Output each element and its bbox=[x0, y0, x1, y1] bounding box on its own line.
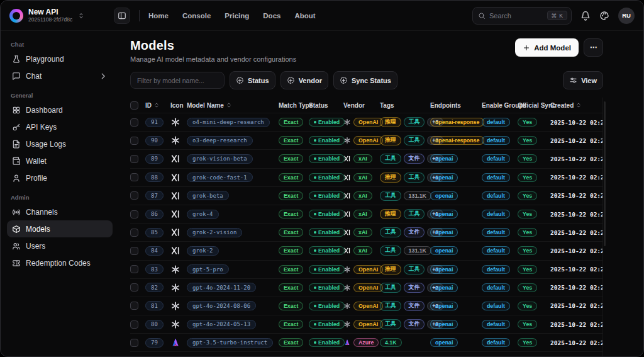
row-checkbox[interactable] bbox=[130, 247, 138, 255]
row-checkbox[interactable] bbox=[130, 118, 138, 127]
bell-icon[interactable] bbox=[580, 11, 591, 21]
sidebar-item-users[interactable]: Users bbox=[7, 237, 113, 254]
table-row[interactable]: 80gpt-4o-2024-05-13ExactEnabledOpenAI工具文… bbox=[130, 315, 602, 334]
row-checkbox[interactable] bbox=[130, 302, 138, 310]
openai-logo-icon bbox=[170, 301, 180, 311]
brand[interactable]: New API 20251108-2fd7d8c bbox=[9, 8, 104, 23]
model-name-filter-input[interactable] bbox=[130, 72, 225, 89]
row-tags-cell: 工具文件+2 bbox=[380, 283, 430, 293]
row-id-cell: 85 bbox=[145, 228, 170, 237]
row-checkbox[interactable] bbox=[130, 173, 138, 181]
column-header-name[interactable]: Model Name bbox=[187, 102, 279, 109]
table-row[interactable]: 88grok-code-fast-1ExactEnabledxAI推理工具+1o… bbox=[130, 169, 602, 187]
row-created-cell: 2025-10-22 02:24:3 bbox=[550, 137, 602, 144]
column-header-created[interactable]: Created bbox=[550, 102, 602, 109]
row-name-cell: grok-4 bbox=[187, 210, 279, 219]
sidebar-item-channels[interactable]: Channels bbox=[7, 203, 113, 220]
table-row[interactable]: 82gpt-4o-2024-11-20ExactEnabledOpenAI工具文… bbox=[130, 279, 602, 297]
table-row[interactable]: 91o4-mini-deep-researchExactEnabledOpenA… bbox=[130, 113, 602, 132]
sidebar-item-api-keys[interactable]: API Keys bbox=[7, 118, 113, 135]
row-match-cell: Exact bbox=[279, 246, 309, 255]
table-row[interactable]: 86grok-4ExactEnabledxAI推理工具+1openaidefau… bbox=[130, 205, 602, 224]
sidebar-item-wallet[interactable]: Wallet bbox=[7, 152, 113, 169]
row-checkbox[interactable] bbox=[130, 210, 138, 218]
row-checkbox[interactable] bbox=[130, 137, 138, 145]
openai-vendor-icon bbox=[343, 284, 351, 292]
palette-icon[interactable] bbox=[599, 11, 609, 21]
row-checkbox[interactable] bbox=[130, 191, 138, 200]
filter-button-status[interactable]: Status bbox=[230, 71, 275, 89]
table-row[interactable]: 85grok-2-visionExactEnabledxAI工具文件+2open… bbox=[130, 224, 602, 242]
sort-icon[interactable] bbox=[575, 102, 582, 108]
row-id-cell: 82 bbox=[145, 283, 170, 292]
official-sync-badge: Yes bbox=[518, 246, 537, 255]
filter-button-label: Status bbox=[248, 77, 269, 84]
table-row[interactable]: 89grok-vision-betaExactEnabledxAI工具文件+2o… bbox=[130, 150, 602, 168]
row-checkbox-cell bbox=[130, 339, 145, 347]
column-header-label: Model Name bbox=[187, 102, 224, 109]
status-badge: Enabled bbox=[309, 320, 345, 329]
nav-link-console[interactable]: Console bbox=[182, 12, 211, 20]
openai-logo-icon bbox=[170, 135, 180, 145]
view-button[interactable]: View bbox=[563, 71, 603, 89]
select-all-checkbox[interactable] bbox=[130, 101, 138, 110]
filter-button-vendor[interactable]: Vendor bbox=[280, 71, 328, 89]
row-checkbox-cell bbox=[130, 210, 145, 218]
status-badge: Enabled bbox=[309, 154, 345, 163]
sort-icon[interactable] bbox=[226, 102, 232, 108]
row-created-cell: 2025-10-22 02:24:3 bbox=[550, 247, 602, 254]
row-checkbox[interactable] bbox=[130, 283, 138, 292]
row-checkbox-cell bbox=[130, 283, 145, 292]
match-type-badge: Exact bbox=[279, 154, 303, 163]
sidebar-toggle-button[interactable] bbox=[114, 8, 130, 24]
table-row[interactable]: 90o3-deep-researchExactEnabledOpenAI推理工具… bbox=[130, 132, 602, 150]
nav-link-home[interactable]: Home bbox=[148, 12, 169, 20]
avatar[interactable]: RU bbox=[618, 8, 635, 24]
scrollbar[interactable] bbox=[604, 101, 606, 246]
row-icon-cell bbox=[170, 301, 187, 311]
endpoint-badge: openai bbox=[430, 191, 458, 200]
add-model-button[interactable]: Add Model bbox=[515, 38, 579, 57]
sidebar-item-profile[interactable]: Profile bbox=[7, 169, 113, 186]
row-created-cell: 2025-10-22 02:24:3 bbox=[550, 229, 602, 236]
table-row[interactable]: 83gpt-5-proExactEnabledOpenAI推理工具+3opena… bbox=[130, 261, 602, 279]
sidebar-item-redemption-codes[interactable]: Redemption Codes bbox=[7, 254, 113, 271]
row-checkbox[interactable] bbox=[130, 339, 138, 347]
row-checkbox[interactable] bbox=[130, 229, 138, 237]
sidebar-item-usage-logs[interactable]: Usage Logs bbox=[7, 135, 113, 152]
sidebar-item-models[interactable]: Models bbox=[7, 220, 113, 237]
sort-icon[interactable] bbox=[153, 102, 160, 108]
search-input[interactable]: Search ⌘ K bbox=[472, 7, 572, 25]
sidebar-item-playground[interactable]: Playground bbox=[7, 50, 113, 67]
header-checkbox-cell bbox=[130, 101, 145, 110]
xai-vendor-icon bbox=[343, 155, 351, 162]
row-sync-cell: Yes bbox=[518, 136, 550, 145]
sidebar-item-dashboard[interactable]: Dashboard bbox=[7, 101, 113, 118]
table-row[interactable]: 87grok-betaExactEnabledxAI工具131.1Kopenai… bbox=[130, 187, 602, 205]
row-vendor-cell: xAI bbox=[343, 173, 380, 182]
nav-link-pricing[interactable]: Pricing bbox=[225, 12, 249, 20]
row-checkbox[interactable] bbox=[130, 265, 138, 273]
model-name-badge: grok-4 bbox=[187, 210, 219, 219]
row-endpoints-cell: openai bbox=[430, 283, 482, 292]
column-header-id[interactable]: ID bbox=[145, 102, 170, 109]
filter-button-sync-status[interactable]: Sync Status bbox=[333, 71, 397, 89]
row-checkbox[interactable] bbox=[130, 155, 138, 163]
official-sync-badge: Yes bbox=[518, 228, 537, 237]
table-row[interactable]: 79gpt-3.5-turbo-instructExactEnabledAzur… bbox=[130, 334, 602, 352]
tag-badge: 推理 bbox=[380, 117, 401, 127]
column-header-label: Endpoints bbox=[430, 102, 461, 109]
filter-button-label: Sync Status bbox=[352, 77, 391, 84]
row-icon-cell bbox=[170, 173, 187, 183]
table-row[interactable]: 78gpt-3.5-turbo-1106ExactEnabledAzure16.… bbox=[130, 352, 602, 357]
table-row[interactable]: 81gpt-4o-2024-08-06ExactEnabledOpenAI工具文… bbox=[130, 297, 602, 315]
row-checkbox[interactable] bbox=[130, 320, 138, 329]
chevron-updown-icon[interactable] bbox=[77, 12, 85, 20]
nav-link-about[interactable]: About bbox=[294, 12, 315, 20]
nav-link-docs[interactable]: Docs bbox=[263, 12, 280, 20]
xai-vendor-icon bbox=[343, 247, 351, 254]
more-actions-button[interactable]: ⋯ bbox=[584, 38, 603, 57]
row-created-cell: 2025-10-22 02:24:3 bbox=[550, 302, 602, 309]
table-row[interactable]: 84grok-2ExactEnabledxAI工具131.1Kopenaidef… bbox=[130, 242, 602, 260]
sidebar-item-chat[interactable]: Chat bbox=[7, 67, 113, 84]
